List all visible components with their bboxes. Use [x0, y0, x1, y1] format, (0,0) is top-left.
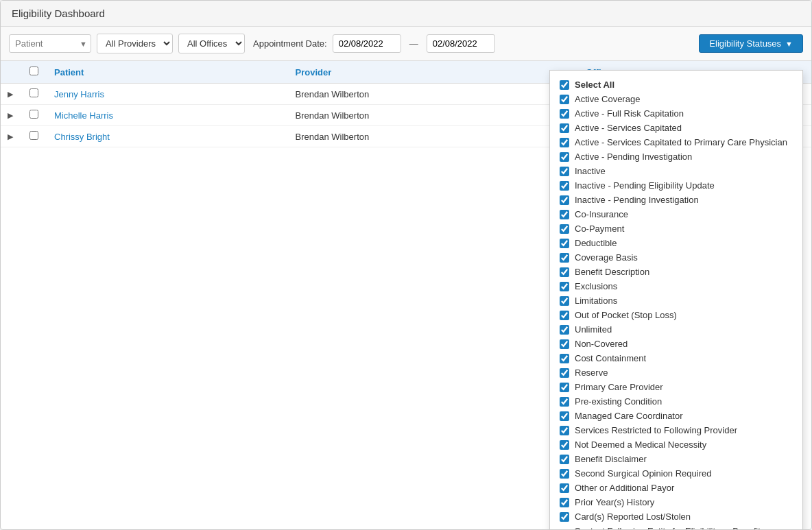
dropdown-checkbox[interactable]: [560, 311, 569, 320]
dropdown-item[interactable]: Second Surgical Opinion Required: [550, 466, 802, 481]
dropdown-item-label: Inactive: [575, 166, 606, 176]
dropdown-checkbox[interactable]: [560, 167, 569, 176]
dropdown-item[interactable]: Unlimited: [550, 322, 802, 337]
dropdown-item[interactable]: Inactive - Pending Investigation: [550, 193, 802, 207]
row-expand-arrow[interactable]: ▶: [1, 126, 20, 147]
row-expand-arrow[interactable]: ▶: [1, 84, 20, 105]
dropdown-item[interactable]: Reserve: [550, 365, 802, 380]
dropdown-item[interactable]: Pre-existing Condition: [550, 394, 802, 409]
row-checkbox[interactable]: [29, 110, 38, 119]
providers-select[interactable]: All Providers: [97, 34, 173, 53]
dropdown-checkbox[interactable]: [560, 383, 569, 392]
dropdown-item-label: Select All: [575, 80, 614, 90]
row-provider-cell: Brendan Wilberton: [289, 84, 580, 105]
dropdown-item-label: Coverage Basis: [575, 252, 638, 263]
dropdown-checkbox[interactable]: [560, 224, 569, 234]
dropdown-item-label: Pre-existing Condition: [575, 396, 662, 407]
dropdown-checkbox[interactable]: [560, 469, 569, 479]
dropdown-checkbox[interactable]: [560, 296, 569, 306]
row-provider-cell: Brendan Wilberton: [289, 126, 580, 147]
patient-link[interactable]: Michelle Harris: [54, 110, 113, 121]
dropdown-checkbox[interactable]: [560, 95, 569, 104]
dropdown-item[interactable]: Benefit Description: [550, 265, 802, 279]
dropdown-checkbox[interactable]: [560, 267, 569, 277]
dropdown-item-label: Non-Covered: [575, 339, 628, 349]
dropdown-item[interactable]: Deductible: [550, 236, 802, 250]
dropdown-item[interactable]: Active - Services Capitated to Primary C…: [550, 135, 802, 149]
dropdown-checkbox[interactable]: [560, 455, 569, 464]
dropdown-item[interactable]: Non-Covered: [550, 337, 802, 351]
dropdown-checkbox[interactable]: [560, 354, 569, 363]
row-expand-arrow[interactable]: ▶: [1, 105, 20, 126]
patient-link[interactable]: Chrissy Bright: [54, 132, 110, 142]
dropdown-item[interactable]: Limitations: [550, 293, 802, 308]
dropdown-item[interactable]: Exclusions: [550, 279, 802, 293]
row-checkbox[interactable]: [29, 88, 38, 97]
offices-select[interactable]: All Offices: [178, 34, 245, 53]
dropdown-checkbox[interactable]: [560, 152, 569, 162]
dropdown-checkbox[interactable]: [560, 181, 569, 191]
eligibility-statuses-button[interactable]: Eligibility Statuses ▼: [699, 34, 803, 53]
dropdown-checkbox[interactable]: [560, 512, 569, 522]
dropdown-item[interactable]: Coverage Basis: [550, 250, 802, 265]
dropdown-checkbox[interactable]: [560, 210, 569, 219]
patient-link[interactable]: Jenny Harris: [54, 89, 104, 99]
dropdown-checkbox[interactable]: [560, 498, 569, 507]
dropdown-item-label: Services Restricted to Following Provide…: [575, 425, 737, 435]
dropdown-checkbox[interactable]: [560, 411, 569, 421]
row-provider-cell: Brendan Wilberton: [289, 105, 580, 126]
dropdown-item[interactable]: Contact Following Entity for Eligibility…: [550, 524, 802, 530]
dropdown-item[interactable]: Inactive - Pending Eligibility Update: [550, 178, 802, 193]
dropdown-item[interactable]: Benefit Disclaimer: [550, 452, 802, 466]
dropdown-checkbox[interactable]: [560, 109, 569, 119]
dropdown-checkbox[interactable]: [560, 253, 569, 263]
dropdown-item-label: Co-Insurance: [575, 209, 628, 219]
dropdown-item[interactable]: Managed Care Coordinator: [550, 409, 802, 423]
dropdown-item[interactable]: Active Coverage: [550, 92, 802, 106]
row-checkbox[interactable]: [29, 131, 38, 140]
dropdown-item-label: Cost Containment: [575, 353, 646, 363]
dropdown-item[interactable]: Co-Payment: [550, 221, 802, 236]
dropdown-checkbox[interactable]: [560, 239, 569, 248]
dropdown-item[interactable]: Other or Additional Payor: [550, 481, 802, 495]
dropdown-checkbox[interactable]: [560, 138, 569, 147]
dropdown-item[interactable]: Card(s) Reported Lost/Stolen: [550, 509, 802, 524]
dropdown-checkbox[interactable]: [560, 339, 569, 349]
patient-input[interactable]: [9, 34, 91, 53]
dropdown-checkbox[interactable]: [560, 483, 569, 493]
date-from-input[interactable]: [333, 34, 401, 53]
dropdown-item[interactable]: Prior Year(s) History: [550, 495, 802, 509]
dropdown-item-label: Prior Year(s) History: [575, 497, 654, 507]
patient-input-wrap: ▼: [9, 34, 91, 53]
dropdown-item[interactable]: Not Deemed a Medical Necessity: [550, 437, 802, 452]
dropdown-checkbox[interactable]: [560, 368, 569, 378]
dropdown-item[interactable]: Active - Pending Investigation: [550, 149, 802, 164]
dropdown-item[interactable]: Active - Services Capitated: [550, 121, 802, 135]
dropdown-item[interactable]: Inactive: [550, 164, 802, 178]
dropdown-item-label: Other or Additional Payor: [575, 483, 674, 493]
dropdown-item-label: Benefit Description: [575, 267, 649, 277]
dropdown-checkbox[interactable]: [560, 440, 569, 450]
dropdown-checkbox[interactable]: [560, 282, 569, 291]
col-patient: Patient: [47, 61, 289, 84]
eligibility-statuses-arrow-icon: ▼: [785, 40, 793, 48]
dropdown-item[interactable]: Out of Pocket (Stop Loss): [550, 308, 802, 322]
dropdown-checkbox[interactable]: [560, 123, 569, 133]
dropdown-checkbox[interactable]: [560, 80, 569, 90]
dropdown-item-label: Active - Full Risk Capitation: [575, 108, 684, 119]
dropdown-item-label: Inactive - Pending Investigation: [575, 195, 699, 205]
dropdown-item[interactable]: Cost Containment: [550, 351, 802, 365]
date-to-input[interactable]: [427, 34, 495, 53]
select-all-checkbox[interactable]: [29, 67, 38, 75]
dropdown-select-all[interactable]: Select All: [550, 77, 802, 92]
row-patient-cell: Michelle Harris: [47, 105, 289, 126]
dropdown-item[interactable]: Primary Care Provider: [550, 380, 802, 394]
dropdown-checkbox[interactable]: [560, 195, 569, 205]
dropdown-item[interactable]: Co-Insurance: [550, 207, 802, 221]
dropdown-item[interactable]: Active - Full Risk Capitation: [550, 106, 802, 121]
row-patient-cell: Jenny Harris: [47, 84, 289, 105]
dropdown-item[interactable]: Services Restricted to Following Provide…: [550, 423, 802, 437]
dropdown-checkbox[interactable]: [560, 426, 569, 435]
dropdown-checkbox[interactable]: [560, 397, 569, 407]
dropdown-checkbox[interactable]: [560, 325, 569, 335]
